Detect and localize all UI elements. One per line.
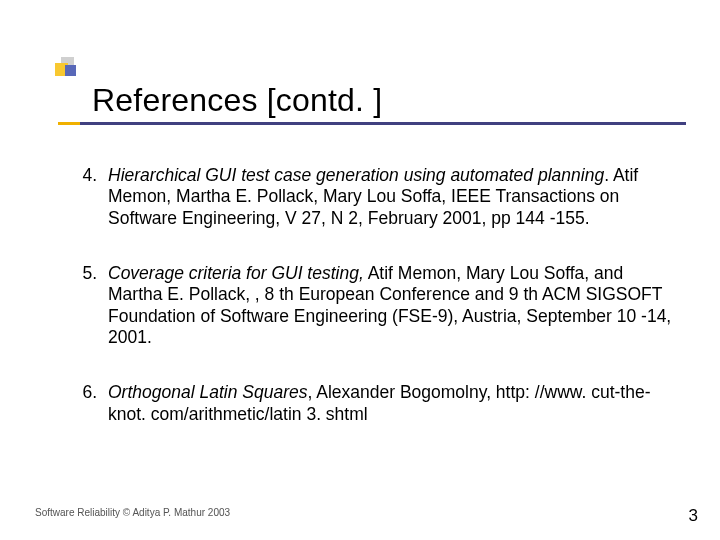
title-underline-accent (58, 122, 80, 125)
reference-item: Hierarchical GUI test case generation us… (102, 165, 674, 229)
title-area: References [contd. ] (0, 82, 720, 119)
page-title: References [contd. ] (92, 82, 720, 119)
references-list: Hierarchical GUI test case generation us… (58, 165, 674, 425)
slide: References [contd. ] Hierarchical GUI te… (0, 0, 720, 540)
reference-item: Coverage criteria for GUI testing, Atif … (102, 263, 674, 348)
title-underline (58, 122, 686, 125)
square-icon (65, 65, 76, 76)
corner-ornament (44, 50, 80, 86)
page-number: 3 (689, 506, 698, 526)
reference-item: Orthogonal Latin Squares, Alexander Bogo… (102, 382, 674, 425)
reference-title: Hierarchical GUI test case generation us… (108, 165, 604, 185)
reference-title: Coverage criteria for GUI testing, (108, 263, 364, 283)
footer-text: Software Reliability © Aditya P. Mathur … (35, 507, 230, 518)
body-content: Hierarchical GUI test case generation us… (58, 165, 674, 459)
reference-title: Orthogonal Latin Squares (108, 382, 307, 402)
